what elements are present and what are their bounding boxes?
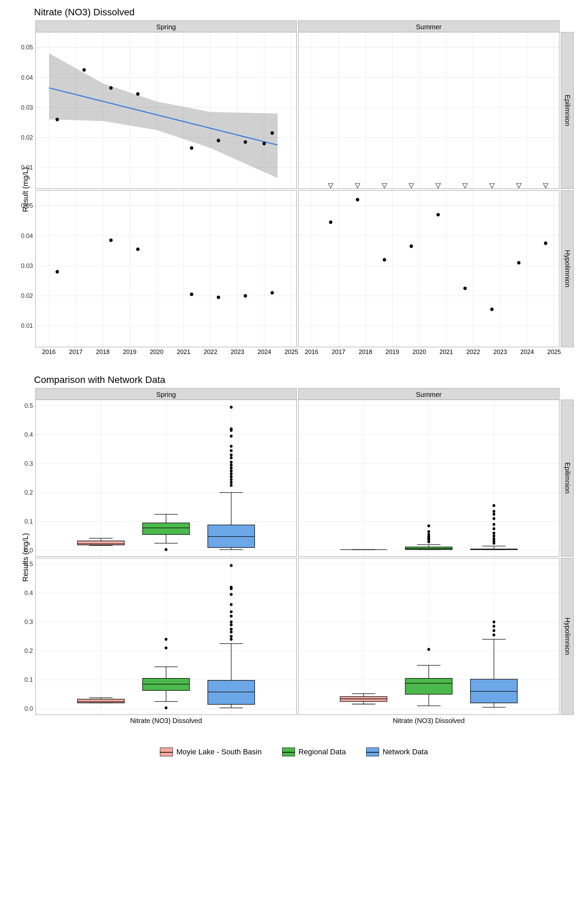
svg-point-189: [493, 513, 495, 516]
svg-rect-121: [142, 523, 189, 534]
panel-spring-epi: 0.010.020.030.040.05: [36, 32, 297, 189]
svg-point-133: [230, 475, 233, 478]
svg-point-69: [217, 296, 220, 299]
strip-summer: Summer: [298, 20, 559, 33]
svg-point-174: [427, 525, 430, 527]
svg-point-145: [230, 428, 233, 430]
box-x-axis-row: Nitrate (NO3) Dissolved Nitrate (NO3) Di…: [17, 715, 571, 731]
svg-point-230: [230, 631, 233, 634]
svg-point-239: [230, 586, 233, 588]
svg-text:0.5: 0.5: [24, 560, 33, 567]
svg-point-25: [190, 146, 193, 150]
svg-point-21: [55, 118, 59, 121]
svg-point-237: [230, 593, 233, 596]
svg-text:0.02: 0.02: [21, 134, 33, 141]
legend: Moyie Lake - South Basin Regional Data N…: [7, 747, 581, 757]
svg-text:0.03: 0.03: [21, 262, 33, 269]
svg-text:0.4: 0.4: [24, 431, 33, 438]
svg-rect-211: [78, 699, 124, 703]
svg-point-132: [230, 478, 233, 481]
scatter-title: Nitrate (NO3) Dissolved: [34, 7, 581, 18]
panel-summer-hypo: [298, 190, 559, 347]
svg-text:0.3: 0.3: [24, 460, 33, 467]
box-ylab: Results (mg/L): [17, 399, 34, 715]
box-strip-hypo: Hypolimnion: [561, 558, 574, 715]
svg-point-146: [230, 406, 233, 409]
svg-text:0.02: 0.02: [21, 292, 33, 299]
svg-point-28: [262, 142, 266, 145]
scatter-chart-section: Nitrate (NO3) Dissolved Spring Summer Re…: [7, 7, 581, 361]
legend-item-regional: Regional Data: [282, 747, 346, 757]
box-panel-spring-epi: 0.00.10.20.30.40.5: [36, 399, 297, 556]
box-panel-summer-hypo: [298, 558, 559, 715]
svg-point-134: [230, 472, 233, 475]
strip-epi: Epilimnion: [561, 32, 574, 189]
legend-label-moyie: Moyie Lake - South Basin: [176, 747, 262, 757]
svg-text:0.4: 0.4: [24, 589, 33, 597]
svg-point-89: [383, 258, 386, 262]
svg-point-95: [544, 241, 547, 245]
svg-point-94: [517, 261, 521, 265]
svg-point-184: [493, 534, 495, 537]
legend-swatch-network: [366, 747, 379, 757]
boxplot-section: Comparison with Network Data Spring Summ…: [7, 375, 581, 731]
svg-point-140: [230, 453, 233, 456]
svg-point-270: [493, 629, 495, 632]
svg-text:0.05: 0.05: [21, 44, 33, 51]
svg-point-135: [230, 469, 233, 472]
svg-point-139: [230, 456, 233, 459]
svg-point-272: [493, 621, 495, 623]
scatter-facet-grid: Spring Summer Result (mg/L) 0.010.020.03…: [17, 20, 571, 347]
box-strip-summer: Summer: [298, 388, 559, 401]
svg-point-123: [165, 548, 167, 551]
svg-text:0.03: 0.03: [21, 104, 33, 111]
scatter-x-axis-right: 2016201720182019202020212022202320242025: [298, 347, 559, 361]
svg-point-186: [493, 527, 495, 530]
svg-text:0.01: 0.01: [21, 322, 33, 329]
box-xlab-left: Nitrate (NO3) Dissolved: [36, 715, 297, 731]
legend-item-network: Network Data: [366, 747, 428, 757]
svg-point-173: [427, 530, 430, 533]
svg-point-68: [190, 293, 193, 296]
svg-point-229: [230, 635, 233, 638]
svg-point-183: [493, 537, 495, 540]
svg-rect-166: [405, 547, 452, 550]
svg-point-269: [493, 634, 495, 636]
svg-point-191: [493, 504, 495, 507]
legend-label-regional: Regional Data: [299, 747, 346, 757]
svg-point-91: [436, 213, 440, 216]
svg-point-271: [493, 625, 495, 628]
svg-point-137: [230, 464, 233, 466]
svg-rect-267: [471, 679, 518, 703]
svg-point-142: [230, 445, 233, 448]
svg-point-131: [230, 481, 233, 484]
svg-rect-217: [142, 678, 189, 691]
strip-spring: Spring: [36, 20, 297, 33]
svg-point-262: [427, 648, 430, 651]
svg-text:0.2: 0.2: [24, 489, 33, 496]
legend-item-moyie: Moyie Lake - South Basin: [160, 747, 262, 757]
svg-point-231: [230, 628, 233, 630]
svg-point-143: [230, 435, 233, 437]
svg-text:0.01: 0.01: [21, 164, 33, 171]
box-facet-grid: Spring Summer Results (mg/L) 0.00.10.20.…: [17, 388, 571, 715]
box-panel-spring-hypo: 0.00.10.20.30.40.5: [36, 558, 297, 715]
svg-text:0.04: 0.04: [21, 74, 33, 81]
svg-point-29: [271, 131, 274, 134]
svg-text:0.5: 0.5: [24, 402, 33, 409]
svg-rect-128: [208, 525, 255, 547]
svg-rect-260: [405, 678, 452, 694]
svg-point-141: [230, 449, 233, 452]
svg-point-240: [230, 564, 233, 567]
svg-text:0.3: 0.3: [24, 618, 33, 625]
svg-point-234: [230, 615, 233, 618]
legend-swatch-moyie: [160, 747, 173, 757]
legend-label-network: Network Data: [383, 747, 428, 757]
svg-point-88: [356, 198, 359, 201]
svg-point-71: [271, 291, 274, 294]
legend-swatch-regional: [282, 747, 295, 757]
svg-point-66: [109, 238, 113, 242]
svg-text:0.2: 0.2: [24, 647, 33, 654]
svg-point-190: [493, 510, 495, 512]
svg-point-188: [493, 517, 495, 520]
